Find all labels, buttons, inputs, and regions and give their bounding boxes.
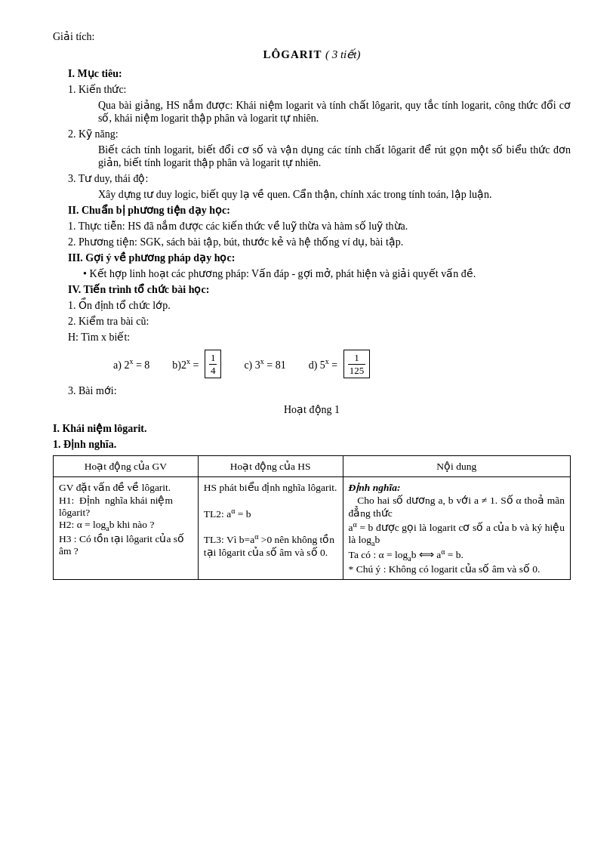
section4-header: IV. Tiến trình tổ chức bài học: <box>68 283 571 296</box>
sub3-content: Xây dựng tư duy logic, biết quy lạ về qu… <box>98 188 571 201</box>
gv-cell: GV đặt vấn đề về lôgarit. H1: Định nghĩa… <box>54 477 199 579</box>
sub2-content: Biết cách tính logarit, biết đổi cơ số v… <box>98 143 571 169</box>
page: Giải tích: LÔGARIT ( 3 tiết) I. Mục tiêu… <box>53 30 571 580</box>
title-subtitle: ( 3 tiết) <box>325 48 361 60</box>
math-d: d) 5x = 1 125 <box>309 350 371 378</box>
section3-header: III. Gợi ý về phương pháp dạy học: <box>68 251 571 264</box>
math-b: b)2x = 1 4 <box>172 350 221 378</box>
math-a: a) 2x = 8 <box>113 357 149 372</box>
sub2-label: 2. Kỹ năng: <box>68 128 571 140</box>
page-title: LÔGARIT ( 3 tiết) <box>53 48 571 61</box>
col2-header: Hoạt động của HS <box>198 456 343 477</box>
frac-d-num: 1 <box>348 352 366 365</box>
col3-header: Nội dung <box>343 456 570 477</box>
math-exercises: a) 2x = 8 b)2x = 1 4 c) 3x = 81 d) 5x = … <box>113 350 571 378</box>
section2-item1: 1. Thực tiễn: HS đã nắm được các kiến th… <box>68 220 571 233</box>
nd-text: Định nghĩa: Cho hai số dương a, b với a … <box>349 482 565 574</box>
hoat-dong-label: Hoạt động 1 <box>53 403 571 416</box>
section4-item2: 2. Kiểm tra bài cũ: <box>68 315 571 328</box>
section2-header: II. Chuẩn bị phương tiện dạy học: <box>68 204 571 217</box>
gv-text: GV đặt vấn đề về lôgarit. H1: Định nghĩa… <box>59 482 184 557</box>
hs-cell: HS phát biểu định nghĩa lôgarit. TL2: aα… <box>198 477 343 579</box>
section-i-subtitle: 1. Định nghĩa. <box>53 438 571 451</box>
section4-item3: 3. Bài mới: <box>68 384 571 397</box>
section-i-title: I. Khái niệm lôgarit. <box>53 422 571 435</box>
title-text: LÔGARIT <box>263 48 322 60</box>
sub1-label: 1. Kiến thức: <box>68 83 571 96</box>
dinh-nghia-label: Định nghĩa: <box>349 482 401 493</box>
sub3-label: 3. Tư duy, thái độ: <box>68 172 571 185</box>
table-row: GV đặt vấn đề về lôgarit. H1: Định nghĩa… <box>54 477 571 579</box>
frac-b-num: 1 <box>209 352 217 365</box>
section3-bullet: Kết hợp linh hoạt các phương pháp: Vấn đ… <box>83 267 571 280</box>
frac-b-den: 4 <box>209 365 217 377</box>
hs-text: HS phát biểu định nghĩa lôgarit. TL2: aα… <box>204 482 337 558</box>
section4-item1: 1. Ổn định tổ chức lớp. <box>68 299 571 312</box>
math-c-text: c) 3x = 81 <box>244 357 285 372</box>
col1-header: Hoạt động của GV <box>54 456 199 477</box>
math-a-text: a) 2x = 8 <box>113 357 149 372</box>
h-label: H: Tìm x biết: <box>68 331 571 344</box>
math-d-text: d) 5x = <box>309 357 340 372</box>
math-c: c) 3x = 81 <box>244 357 285 372</box>
sub1-content: Qua bài giảng, HS nắm được: Khái niệm lo… <box>98 99 571 125</box>
giai-tich-label: Giải tích: <box>53 30 571 43</box>
lesson-table: Hoạt động của GV Hoạt động của HS Nội du… <box>53 455 571 579</box>
section2-item2: 2. Phương tiện: SGK, sách bài tập, bút, … <box>68 236 571 248</box>
math-b-frac: 1 4 <box>205 350 222 378</box>
math-d-frac: 1 125 <box>343 350 371 378</box>
frac-d-den: 125 <box>348 365 366 377</box>
section1-header: I. Mục tiêu: <box>68 67 571 80</box>
math-b-text: b)2x = <box>172 357 202 372</box>
nd-cell: Định nghĩa: Cho hai số dương a, b với a … <box>343 477 570 579</box>
